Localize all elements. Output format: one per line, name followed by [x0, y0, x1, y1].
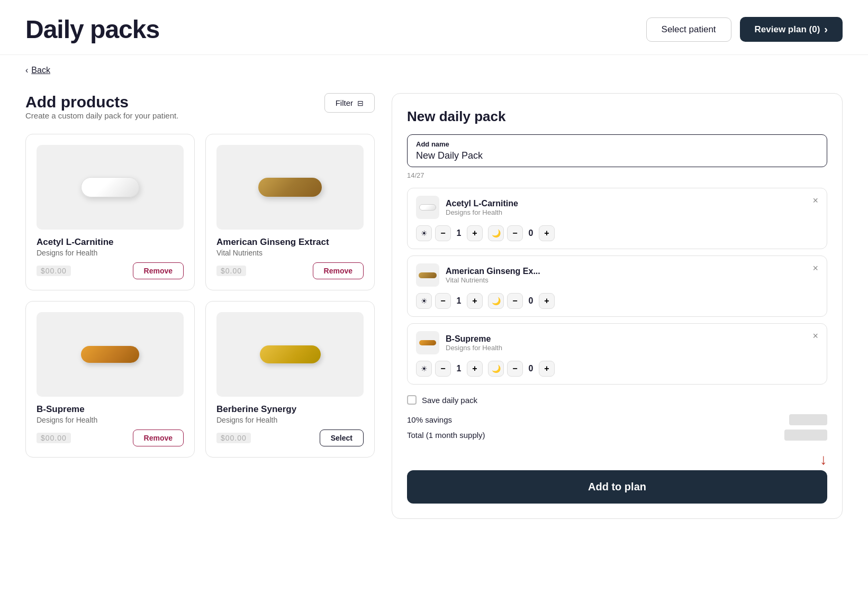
- remove-product-button[interactable]: ×: [812, 331, 818, 341]
- product-footer: $00.00 Select: [216, 430, 364, 446]
- totals-section: 10% savings $00.00 Total (1 month supply…: [407, 412, 827, 443]
- morning-increase-button[interactable]: +: [467, 225, 483, 241]
- morning-quantity: 1: [454, 296, 464, 306]
- dosage-controls: ☀ − 1 + 🌙 − 0 +: [416, 361, 818, 377]
- sun-icon: ☀: [416, 225, 432, 241]
- morning-decrease-button[interactable]: −: [435, 225, 451, 241]
- left-panel: Add products Create a custom daily pack …: [25, 93, 375, 519]
- product-brand: Designs for Health: [37, 416, 184, 424]
- morning-decrease-button[interactable]: −: [435, 293, 451, 309]
- pack-product-header: American Ginseng Ex... Vital Nutrients: [416, 263, 818, 287]
- pill-icon: [419, 340, 436, 345]
- pack-product-header: Acetyl L-Carnitine Designs for Health: [416, 196, 818, 219]
- morning-dosage-group: ☀ − 1 +: [416, 225, 483, 241]
- product-footer: $00.00 Remove: [37, 430, 184, 446]
- morning-increase-button[interactable]: +: [467, 293, 483, 309]
- pack-product-item: × Acetyl L-Carnitine Designs for Health …: [407, 188, 827, 249]
- remove-product-button[interactable]: ×: [812, 263, 818, 273]
- review-plan-button[interactable]: Review plan (0) ›: [740, 17, 843, 42]
- product-name: Berberine Synergy: [216, 404, 364, 415]
- chevron-right-icon: ›: [824, 23, 828, 35]
- product-name: B-Supreme: [37, 404, 184, 415]
- product-name: American Ginseng Extract: [216, 237, 364, 248]
- product-image: [37, 145, 184, 230]
- name-input-label: Add name: [416, 140, 818, 148]
- product-footer: $0.00 Remove: [216, 262, 364, 279]
- select-button[interactable]: Select: [320, 430, 364, 446]
- pill-icon: [81, 177, 139, 197]
- pack-product-item: × American Ginseng Ex... Vital Nutrients…: [407, 255, 827, 317]
- pill-icon: [260, 345, 321, 363]
- panel-title: New daily pack: [407, 108, 827, 125]
- total-row: Total (1 month supply) $000.00: [407, 427, 827, 443]
- night-decrease-button[interactable]: −: [507, 361, 523, 377]
- back-link[interactable]: Back: [31, 66, 50, 75]
- product-footer: $00.00 Remove: [37, 262, 184, 279]
- product-card: B-Supreme Designs for Health $00.00 Remo…: [25, 301, 195, 458]
- page-title: Daily packs: [25, 15, 159, 44]
- pill-icon: [419, 272, 437, 278]
- select-patient-button[interactable]: Select patient: [646, 17, 731, 42]
- pack-product-item: × B-Supreme Designs for Health ☀ − 1 +: [407, 323, 827, 385]
- filter-button[interactable]: Filter ⊟: [324, 93, 375, 113]
- product-name: Acetyl L-Carnitine: [37, 237, 184, 248]
- morning-dosage-group: ☀ − 1 +: [416, 293, 483, 309]
- save-pack-label: Save daily pack: [422, 396, 477, 405]
- pill-icon: [258, 178, 322, 197]
- review-plan-label: Review plan (0): [755, 24, 820, 35]
- arrow-indicator: ↓: [407, 451, 827, 468]
- product-avatar: [416, 263, 439, 287]
- savings-label: 10% savings: [407, 415, 452, 424]
- product-avatar: [416, 331, 439, 354]
- sun-icon: ☀: [416, 293, 432, 309]
- pack-product-name: American Ginseng Ex...: [446, 267, 818, 276]
- dosage-controls: ☀ − 1 + 🌙 − 0 +: [416, 225, 818, 241]
- section-header-text: Add products Create a custom daily pack …: [25, 93, 178, 131]
- remove-product-button[interactable]: ×: [812, 196, 818, 205]
- header: Daily packs Select patient Review plan (…: [0, 0, 868, 55]
- night-decrease-button[interactable]: −: [507, 293, 523, 309]
- pack-product-brand: Designs for Health: [446, 208, 818, 216]
- pack-product-info: B-Supreme Designs for Health: [446, 334, 818, 352]
- night-increase-button[interactable]: +: [539, 293, 555, 309]
- pill-icon: [419, 204, 436, 211]
- remove-button[interactable]: Remove: [133, 430, 184, 446]
- night-decrease-button[interactable]: −: [507, 225, 523, 241]
- remove-button[interactable]: Remove: [313, 262, 364, 279]
- product-image: [37, 312, 184, 397]
- down-arrow-icon: ↓: [820, 451, 827, 468]
- sun-icon: ☀: [416, 361, 432, 377]
- main-layout: Add products Create a custom daily pack …: [0, 80, 868, 532]
- night-dosage-group: 🌙 − 0 +: [488, 293, 555, 309]
- morning-decrease-button[interactable]: −: [435, 361, 451, 377]
- morning-increase-button[interactable]: +: [467, 361, 483, 377]
- pack-product-info: American Ginseng Ex... Vital Nutrients: [446, 267, 818, 284]
- pack-product-header: B-Supreme Designs for Health: [416, 331, 818, 354]
- product-brand: Designs for Health: [216, 416, 364, 424]
- morning-quantity: 1: [454, 364, 464, 373]
- save-pack-row: Save daily pack: [407, 395, 827, 405]
- moon-icon: 🌙: [488, 225, 504, 241]
- night-quantity: 0: [526, 296, 536, 306]
- product-avatar: [416, 196, 439, 219]
- name-input-container[interactable]: Add name: [407, 134, 827, 167]
- filter-icon: ⊟: [357, 99, 364, 107]
- section-title: Add products: [25, 93, 178, 111]
- back-link-container: ‹ Back: [0, 55, 868, 80]
- name-input[interactable]: [416, 150, 818, 161]
- right-panel: New daily pack Add name 14/27 × Acetyl L…: [392, 93, 843, 519]
- char-count: 14/27: [407, 171, 827, 179]
- night-increase-button[interactable]: +: [539, 225, 555, 241]
- night-increase-button[interactable]: +: [539, 361, 555, 377]
- morning-quantity: 1: [454, 229, 464, 238]
- remove-button[interactable]: Remove: [133, 262, 184, 279]
- back-arrow-icon: ‹: [25, 66, 28, 75]
- pack-product-brand: Designs for Health: [446, 344, 818, 352]
- pack-product-name: B-Supreme: [446, 334, 818, 344]
- morning-dosage-group: ☀ − 1 +: [416, 361, 483, 377]
- total-label: Total (1 month supply): [407, 431, 485, 440]
- night-dosage-group: 🌙 − 0 +: [488, 361, 555, 377]
- save-pack-checkbox[interactable]: [407, 395, 417, 405]
- add-to-plan-button[interactable]: Add to plan: [407, 470, 827, 504]
- filter-label: Filter: [336, 98, 353, 107]
